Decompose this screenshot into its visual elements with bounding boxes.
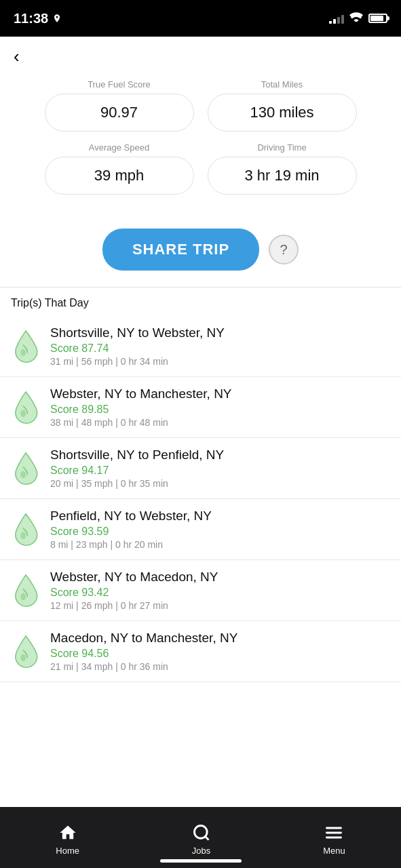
location-icon (52, 14, 62, 23)
nav-jobs[interactable]: Jobs (191, 823, 212, 856)
trips-header: Trip(s) That Day (0, 288, 401, 316)
driving-time-label: Driving Time (208, 142, 357, 153)
help-button[interactable]: ? (269, 235, 299, 264)
nav-jobs-label: Jobs (192, 846, 210, 856)
average-speed-value: 39 mph (45, 157, 194, 195)
trip-score-1: Score 89.85 (50, 403, 390, 416)
true-fuel-score-label: True Fuel Score (45, 79, 194, 90)
trip-item-1[interactable]: Webster, NY to Manchester, NY Score 89.8… (0, 377, 401, 438)
status-bar: 11:38 (0, 0, 401, 37)
trip-route-1: Webster, NY to Manchester, NY (50, 387, 390, 401)
total-miles-label: Total Miles (208, 79, 357, 90)
trip-route-4: Webster, NY to Macedon, NY (50, 570, 390, 585)
drop-icon-0 (13, 330, 39, 363)
driving-time-card: Driving Time 3 hr 19 min (208, 142, 357, 195)
menu-icon (324, 823, 344, 843)
trip-icon-1 (11, 389, 41, 426)
svg-point-4 (20, 593, 26, 600)
drop-icon-5 (13, 635, 39, 669)
trip-info-4: Webster, NY to Macedon, NY Score 93.42 1… (50, 570, 390, 611)
main-content: ‹ True Fuel Score 90.97 Total Miles 130 … (0, 37, 401, 868)
trip-details-2: 20 mi | 35 mph | 0 hr 35 min (50, 478, 390, 489)
trip-info-1: Webster, NY to Manchester, NY Score 89.8… (50, 387, 390, 428)
share-trip-button[interactable]: SHARE TRIP (102, 229, 259, 271)
signal-icon (329, 13, 344, 24)
true-fuel-score-card: True Fuel Score 90.97 (45, 79, 194, 132)
status-time: 11:38 (14, 11, 62, 26)
trip-item-4[interactable]: Webster, NY to Macedon, NY Score 93.42 1… (0, 560, 401, 621)
trip-details-3: 8 mi | 23 mph | 0 hr 20 min (50, 539, 390, 550)
nav-home-label: Home (56, 846, 79, 856)
svg-point-2 (20, 471, 26, 478)
svg-point-3 (20, 532, 26, 539)
average-speed-label: Average Speed (45, 142, 194, 153)
home-icon (58, 823, 78, 843)
trips-section: Trip(s) That Day Shortsville, NY to Webs… (0, 288, 401, 682)
bottom-nav: Home Jobs Menu (0, 807, 401, 868)
trip-info-3: Penfield, NY to Webster, NY Score 93.59 … (50, 509, 390, 550)
nav-menu[interactable]: Menu (323, 823, 345, 856)
share-section: SHARE TRIP ? (0, 219, 401, 287)
trip-details-5: 21 mi | 34 mph | 0 hr 36 min (50, 661, 390, 672)
trip-item-0[interactable]: Shortsville, NY to Webster, NY Score 87.… (0, 316, 401, 377)
trips-list: Shortsville, NY to Webster, NY Score 87.… (0, 316, 401, 682)
trip-icon-2 (11, 450, 41, 487)
trip-details-1: 38 mi | 48 mph | 0 hr 48 min (50, 417, 390, 428)
home-indicator (160, 859, 242, 863)
stats-row-top: True Fuel Score 90.97 Total Miles 130 mi… (14, 79, 387, 132)
trip-info-2: Shortsville, NY to Penfield, NY Score 94… (50, 448, 390, 489)
trip-details-0: 31 mi | 56 mph | 0 hr 34 min (50, 356, 390, 367)
average-speed-card: Average Speed 39 mph (45, 142, 194, 195)
svg-line-7 (205, 836, 208, 840)
stats-row-bottom: Average Speed 39 mph Driving Time 3 hr 1… (14, 142, 387, 195)
wifi-icon (349, 12, 363, 24)
trip-icon-3 (11, 511, 41, 548)
drop-icon-3 (13, 513, 39, 547)
trip-info-5: Macedon, NY to Manchester, NY Score 94.5… (50, 631, 390, 672)
svg-point-1 (20, 410, 26, 417)
total-miles-card: Total Miles 130 miles (208, 79, 357, 132)
trip-route-0: Shortsville, NY to Webster, NY (50, 326, 390, 340)
driving-time-value: 3 hr 19 min (208, 157, 357, 195)
total-miles-value: 130 miles (208, 94, 357, 132)
trip-route-2: Shortsville, NY to Penfield, NY (50, 448, 390, 462)
nav-home[interactable]: Home (56, 823, 79, 856)
status-icons (329, 12, 387, 24)
battery-icon (368, 14, 387, 23)
back-button[interactable]: ‹ (0, 37, 401, 73)
trip-item-3[interactable]: Penfield, NY to Webster, NY Score 93.59 … (0, 499, 401, 560)
true-fuel-score-value: 90.97 (45, 94, 194, 132)
drop-icon-2 (13, 452, 39, 486)
trip-score-5: Score 94.56 (50, 648, 390, 660)
trip-score-3: Score 93.59 (50, 526, 390, 538)
trip-details-4: 12 mi | 26 mph | 0 hr 27 min (50, 600, 390, 611)
trip-info-0: Shortsville, NY to Webster, NY Score 87.… (50, 326, 390, 367)
trip-score-2: Score 94.17 (50, 465, 390, 477)
nav-menu-label: Menu (323, 846, 345, 856)
search-icon (191, 823, 212, 843)
trip-item-5[interactable]: Macedon, NY to Manchester, NY Score 94.5… (0, 621, 401, 682)
svg-point-6 (194, 825, 207, 838)
trip-icon-0 (11, 328, 41, 365)
drop-icon-1 (13, 391, 39, 425)
trip-route-3: Penfield, NY to Webster, NY (50, 509, 390, 524)
trip-score-0: Score 87.74 (50, 342, 390, 355)
trip-item-2[interactable]: Shortsville, NY to Penfield, NY Score 94… (0, 438, 401, 499)
svg-point-0 (20, 349, 26, 356)
drop-icon-4 (13, 574, 39, 608)
svg-point-5 (20, 654, 26, 661)
trip-route-5: Macedon, NY to Manchester, NY (50, 631, 390, 646)
stats-section: True Fuel Score 90.97 Total Miles 130 mi… (0, 73, 401, 219)
trip-icon-4 (11, 572, 41, 609)
trip-score-4: Score 93.42 (50, 587, 390, 599)
trip-icon-5 (11, 633, 41, 670)
